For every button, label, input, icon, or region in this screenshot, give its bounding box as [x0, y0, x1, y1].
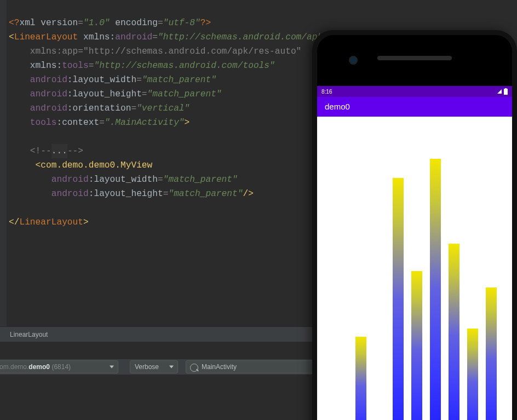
t: xmlns:	[30, 47, 62, 56]
t: encoding	[110, 18, 158, 28]
chevron-down-icon	[110, 366, 114, 369]
t: xmlns:	[83, 32, 115, 42]
folded-comment[interactable]: ...	[51, 146, 67, 156]
t: android	[115, 32, 152, 42]
process-dropdown[interactable]: om.demo.demo0 (6814)	[0, 360, 118, 373]
t: <!--	[30, 146, 51, 156]
t: (6814)	[50, 363, 71, 371]
t: :layout_width	[67, 75, 136, 85]
t: =	[142, 89, 147, 99]
bar	[449, 244, 459, 420]
bar	[393, 178, 404, 420]
bar	[486, 287, 497, 420]
t: android	[30, 75, 67, 85]
t: MainActivity	[202, 363, 237, 371]
gutter	[0, 0, 7, 326]
t: =	[78, 47, 83, 56]
camera-icon	[349, 56, 358, 65]
log-level-dropdown[interactable]: Verbose	[130, 360, 178, 373]
t: om.demo.	[0, 363, 28, 371]
t: ".MainActivity"	[105, 118, 185, 128]
t: "match_parent"	[142, 75, 216, 85]
t: :layout_width	[89, 175, 158, 185]
t: "1.0"	[83, 18, 110, 28]
t: :layout_height	[67, 89, 142, 99]
clock: 8:16	[321, 89, 332, 95]
bar	[355, 337, 366, 420]
t: LinearLayout	[14, 32, 83, 42]
t: />	[243, 189, 253, 199]
t: =	[163, 189, 169, 199]
t: "vertical"	[136, 103, 189, 113]
chart-area	[317, 117, 512, 420]
t: "match_parent"	[163, 175, 238, 185]
bar	[411, 271, 422, 420]
t: android	[30, 103, 67, 113]
t: com.demo.demo0.MyView	[41, 160, 152, 170]
t: demo0	[28, 363, 50, 371]
t: =	[158, 18, 163, 28]
speaker-icon	[377, 56, 452, 60]
t: "http://schemas.android.com/apk/res-auto…	[83, 47, 301, 56]
t: tools	[30, 118, 57, 128]
t: ?>	[200, 18, 211, 28]
t: <	[9, 32, 14, 42]
battery-icon	[504, 89, 508, 95]
device-frame: 8:16 demo0	[312, 30, 517, 420]
breadcrumb[interactable]: LinearLayout	[10, 331, 48, 338]
t: LinearLayout	[19, 217, 83, 227]
signal-icon	[497, 89, 502, 94]
t: =	[158, 175, 163, 185]
t: android	[30, 89, 67, 99]
t: Verbose	[135, 363, 159, 371]
bar	[467, 329, 478, 420]
status-bar: 8:16	[317, 86, 512, 97]
t: -->	[67, 146, 83, 156]
t: android	[51, 189, 89, 199]
t: "match_parent"	[168, 189, 243, 199]
device-bezel: 8:16 demo0	[317, 35, 512, 420]
t: xmlns:	[30, 61, 62, 71]
t: </	[9, 217, 19, 227]
t: =	[152, 32, 158, 42]
device-screen[interactable]: 8:16 demo0	[317, 86, 512, 420]
t: "match_parent"	[147, 89, 222, 99]
t: =	[136, 75, 142, 85]
bar	[430, 159, 441, 420]
t: :context	[56, 118, 99, 128]
t: >	[83, 217, 89, 227]
t: :layout_height	[89, 189, 163, 199]
t: "http://schemas.android.com/tools"	[94, 61, 274, 71]
t: <	[36, 160, 41, 170]
t: xml version	[19, 18, 78, 28]
t: "utf-8"	[163, 18, 200, 28]
xml-decl-open: <?	[9, 18, 19, 28]
app-title: demo0	[325, 102, 350, 111]
bar-chart	[355, 159, 497, 420]
chevron-down-icon	[169, 366, 174, 369]
search-icon	[190, 364, 198, 372]
t: =	[78, 18, 83, 28]
t: tools	[62, 61, 89, 71]
t: android	[51, 175, 89, 185]
t: =	[89, 61, 94, 71]
t: =	[131, 103, 136, 113]
t: :orientation	[67, 103, 131, 113]
t: =	[99, 118, 105, 128]
t: >	[185, 118, 190, 128]
app-bar: demo0	[317, 97, 512, 117]
t: app	[62, 47, 78, 56]
